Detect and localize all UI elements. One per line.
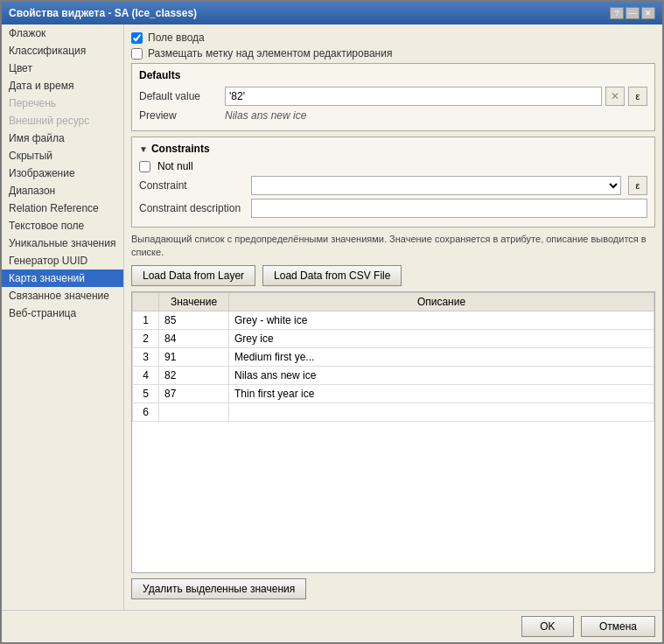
sidebar-item-datetime[interactable]: Дата и время: [2, 77, 123, 94]
constraint-desc-row: Constraint description: [139, 199, 647, 218]
table-row[interactable]: 6: [133, 402, 654, 421]
defaults-section: Defaults Default value ✕ ε Preview: [131, 63, 655, 131]
col-header-num: [133, 292, 159, 311]
value-map-table-container: Значение Описание 1 85 Grey - white ice …: [131, 291, 655, 573]
field-input-label: Поле ввода: [148, 32, 205, 44]
sidebar-item-flag[interactable]: Флажок: [2, 24, 123, 42]
expression-default-button[interactable]: ε: [628, 87, 647, 106]
table-row[interactable]: 1 85 Grey - white ice: [133, 311, 654, 329]
table-body: 1 85 Grey - white ice 2 84 Grey ice 3 91…: [133, 311, 654, 421]
col-header-desc: Описание: [229, 292, 654, 311]
constraint-select[interactable]: [251, 176, 621, 195]
place-label-row: Размещать метку над элементом редактиров…: [131, 47, 655, 60]
row-desc[interactable]: Medium first ye...: [229, 347, 654, 366]
row-num: 6: [133, 402, 159, 421]
delete-button[interactable]: Удалить выделенные значения: [131, 578, 306, 599]
preview-row: Preview Nilas ans new ice: [139, 109, 647, 122]
row-value[interactable]: 91: [159, 347, 229, 366]
sidebar-item-webpage[interactable]: Веб-страница: [2, 304, 123, 322]
sidebar: Флажок Классификация Цвет Дата и время П…: [2, 24, 124, 610]
row-value[interactable]: 85: [159, 311, 229, 329]
row-value[interactable]: 82: [159, 366, 229, 384]
delete-btn-row: Удалить выделенные значения: [131, 578, 655, 599]
not-null-label: Not null: [157, 160, 193, 172]
content-area: Флажок Классификация Цвет Дата и время П…: [2, 24, 662, 610]
row-num: 2: [133, 329, 159, 347]
default-value-row: Default value ✕ ε: [139, 87, 647, 106]
ok-button[interactable]: OK: [521, 616, 574, 637]
row-desc[interactable]: Nilas ans new ice: [229, 366, 654, 384]
table-row[interactable]: 5 87 Thin first year ice: [133, 384, 654, 402]
field-input-checkbox[interactable]: [131, 32, 143, 44]
sidebar-item-unique[interactable]: Уникальные значения: [2, 234, 123, 252]
clear-default-button[interactable]: ✕: [605, 87, 625, 106]
row-value[interactable]: [159, 402, 229, 421]
default-value-label: Default value: [139, 90, 218, 102]
default-value-input[interactable]: [225, 87, 602, 106]
sidebar-item-external[interactable]: Внешний ресурс: [2, 112, 123, 130]
table-row[interactable]: 2 84 Grey ice: [133, 329, 654, 347]
not-null-row: Not null: [139, 160, 647, 172]
load-csv-button[interactable]: Load Data from CSV File: [262, 265, 402, 286]
table-row[interactable]: 4 82 Nilas ans new ice: [133, 366, 654, 384]
value-map-table: Значение Описание 1 85 Grey - white ice …: [132, 292, 654, 422]
sidebar-item-image[interactable]: Изображение: [2, 164, 123, 182]
constraint-desc-input[interactable]: [251, 199, 647, 218]
row-num: 5: [133, 384, 159, 402]
preview-value: Nilas ans new ice: [225, 109, 647, 122]
sidebar-item-classification[interactable]: Классификация: [2, 42, 123, 60]
place-label-label: Размещать метку над элементом редактиров…: [148, 47, 392, 60]
preview-label: Preview: [139, 109, 218, 122]
sidebar-item-textfield[interactable]: Текстовое поле: [2, 217, 123, 234]
constraints-title: Constraints: [151, 143, 210, 155]
row-desc[interactable]: Grey - white ice: [229, 311, 654, 329]
default-value-field: ✕ ε: [225, 87, 647, 106]
window-title: Свойства виджета - SA (Ice_classes): [9, 7, 197, 19]
row-num: 4: [133, 366, 159, 384]
sidebar-item-list[interactable]: Перечень: [2, 94, 123, 112]
info-text: Выпадающий список с предопределёнными зн…: [131, 233, 655, 260]
table-row[interactable]: 3 91 Medium first ye...: [133, 347, 654, 366]
sidebar-item-filename[interactable]: Имя файла: [2, 130, 123, 147]
minimize-button[interactable]: —: [626, 7, 640, 19]
row-value[interactable]: 87: [159, 384, 229, 402]
load-layer-button[interactable]: Load Data from Layer: [131, 265, 255, 286]
constraint-row: Constraint ε: [139, 176, 647, 195]
row-num: 1: [133, 311, 159, 329]
row-value[interactable]: 84: [159, 329, 229, 347]
sidebar-item-linked[interactable]: Связанное значение: [2, 287, 123, 304]
expression-constraint-icon: ε: [636, 180, 640, 191]
expression-icon: ε: [636, 91, 640, 102]
expression-constraint-button[interactable]: ε: [628, 176, 647, 195]
constraints-header[interactable]: ▼ Constraints: [139, 143, 647, 155]
title-bar: Свойства виджета - SA (Ice_classes) ? — …: [2, 2, 662, 24]
sidebar-item-color[interactable]: Цвет: [2, 60, 123, 77]
right-panel: Поле ввода Размещать метку над элементом…: [124, 24, 662, 610]
row-num: 3: [133, 347, 159, 366]
footer: OK Отмена: [2, 610, 662, 642]
clear-icon: ✕: [611, 90, 619, 102]
table-header: Значение Описание: [133, 292, 654, 311]
sidebar-item-valuemap[interactable]: Карта значений: [2, 270, 123, 287]
row-desc[interactable]: Grey ice: [229, 329, 654, 347]
cancel-button[interactable]: Отмена: [581, 616, 655, 637]
defaults-title: Defaults: [139, 69, 647, 81]
constraint-label: Constraint: [139, 179, 244, 192]
sidebar-item-range[interactable]: Диапазон: [2, 182, 123, 200]
field-input-row: Поле ввода: [131, 32, 655, 44]
row-desc[interactable]: Thin first year ice: [229, 384, 654, 402]
window-controls: ? — ✕: [610, 7, 655, 19]
constraints-section: ▼ Constraints Not null Constraint ε Cons…: [131, 136, 655, 228]
close-button[interactable]: ✕: [641, 7, 655, 19]
place-label-checkbox[interactable]: [131, 48, 143, 60]
not-null-checkbox[interactable]: [139, 161, 150, 172]
sidebar-item-hidden[interactable]: Скрытый: [2, 147, 123, 164]
col-header-value: Значение: [159, 292, 229, 311]
row-desc[interactable]: [229, 402, 654, 421]
sidebar-item-uuid[interactable]: Генератор UUID: [2, 252, 123, 270]
load-buttons-row: Load Data from Layer Load Data from CSV …: [131, 265, 655, 286]
help-button[interactable]: ?: [610, 7, 624, 19]
sidebar-item-relation-ref[interactable]: Relation Reference: [2, 200, 123, 217]
triangle-icon: ▼: [139, 144, 148, 154]
constraint-desc-label: Constraint description: [139, 202, 244, 214]
